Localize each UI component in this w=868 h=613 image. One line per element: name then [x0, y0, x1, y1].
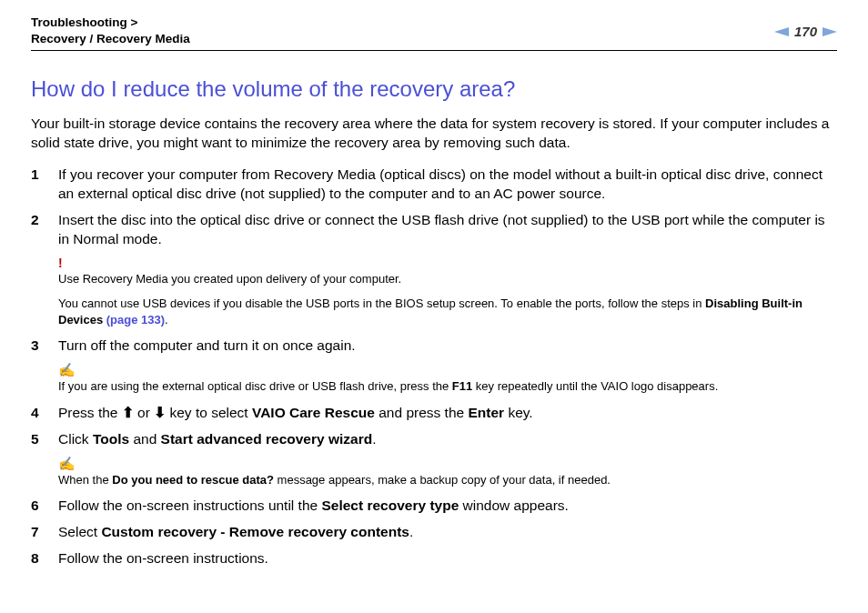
step-5: 5 Click Tools and Start advanced recover…	[31, 430, 837, 449]
step-text: Press the ⬆ or ⬇ key to select VAIO Care…	[58, 404, 837, 423]
bold-text: Do you need to rescue data?	[112, 473, 274, 487]
page-header: Troubleshooting > Recovery / Recovery Me…	[31, 15, 837, 51]
tip-pre: When the	[58, 473, 112, 487]
step-text: Insert the disc into the optical disc dr…	[58, 211, 837, 249]
tip-end: message appears, make a backup copy of y…	[274, 473, 611, 487]
note-text: When the Do you need to rescue data? mes…	[58, 472, 837, 488]
svg-marker-0	[774, 27, 789, 36]
bold-text: VAIO Care Rescue	[252, 405, 375, 420]
breadcrumb-line-2: Recovery / Recovery Media	[31, 31, 190, 47]
text: Click	[58, 431, 93, 447]
next-page-arrow-icon[interactable]	[823, 26, 837, 37]
page-title: How do I reduce the volume of the recove…	[31, 76, 837, 102]
page-navigator: 170	[774, 24, 837, 39]
exclamation-icon: !	[58, 256, 837, 269]
step-number: 6	[31, 497, 58, 516]
text: window appears.	[459, 497, 569, 513]
svg-marker-1	[823, 27, 837, 36]
step-8: 8 Follow the on-screen instructions.	[31, 549, 837, 568]
text: Press the	[58, 405, 122, 420]
step-text: Turn off the computer and turn it on onc…	[58, 337, 837, 356]
step-number: 2	[31, 211, 58, 249]
breadcrumb-line-1: Troubleshooting >	[31, 15, 190, 31]
step-number: 4	[31, 404, 58, 423]
step-7: 7 Select Custom recovery - Remove recove…	[31, 523, 837, 542]
intro-paragraph: Your built-in storage device contains th…	[31, 115, 837, 153]
pencil-icon: ✍	[58, 457, 837, 470]
step-text: Select Custom recovery - Remove recovery…	[58, 523, 837, 542]
prev-page-arrow-icon[interactable]	[774, 26, 789, 37]
bold-text: Enter	[468, 405, 504, 420]
step-number: 8	[31, 549, 58, 568]
step-number: 3	[31, 337, 58, 356]
key-name: F11	[452, 379, 472, 393]
step-number: 7	[31, 523, 58, 542]
step-4: 4 Press the ⬆ or ⬇ key to select VAIO Ca…	[31, 404, 837, 423]
breadcrumb: Troubleshooting > Recovery / Recovery Me…	[31, 15, 190, 46]
text: and	[129, 431, 160, 447]
note-text: Use Recovery Media you created upon deli…	[58, 271, 837, 287]
text: key.	[504, 405, 533, 420]
text: key to select	[166, 405, 252, 420]
text: .	[372, 431, 376, 447]
bold-text: Tools	[93, 431, 129, 447]
bold-text: Start advanced recovery wizard	[161, 431, 373, 447]
step-2: 2 Insert the disc into the optical disc …	[31, 211, 837, 249]
tip-note: ✍ When the Do you need to rescue data? m…	[58, 457, 837, 488]
step-number: 1	[31, 166, 58, 204]
bold-text: Select recovery type	[321, 497, 459, 513]
up-arrow-icon: ⬆	[122, 405, 134, 420]
page-number: 170	[794, 24, 817, 39]
text: Select	[58, 524, 101, 539]
step-3: 3 Turn off the computer and turn it on o…	[31, 337, 837, 356]
note-text: You cannot use USB devices if you disabl…	[58, 296, 837, 327]
tip-end: key repeatedly until the VAIO logo disap…	[472, 379, 718, 393]
text: Follow the on-screen instructions until …	[58, 497, 321, 513]
step-6: 6 Follow the on-screen instructions unti…	[31, 497, 837, 516]
pencil-icon: ✍	[58, 363, 837, 377]
down-arrow-icon: ⬇	[154, 405, 166, 420]
step-1: 1 If you recover your computer from Reco…	[31, 166, 837, 204]
step-text: Follow the on-screen instructions.	[58, 549, 837, 568]
step-text: If you recover your computer from Recove…	[58, 166, 837, 204]
step-number: 5	[31, 430, 58, 449]
tip-note: ✍ If you are using the external optical …	[58, 363, 837, 395]
step-text: Follow the on-screen instructions until …	[58, 497, 837, 516]
text: .	[409, 524, 413, 539]
bold-text: Custom recovery - Remove recovery conten…	[101, 524, 409, 539]
text: or	[134, 405, 154, 420]
page-link[interactable]: (page 133)	[106, 313, 165, 327]
note-text-pre: You cannot use USB devices if you disabl…	[58, 296, 705, 310]
text: and press the	[375, 405, 469, 420]
tip-pre: If you are using the external optical di…	[58, 379, 452, 393]
step-text: Click Tools and Start advanced recovery …	[58, 430, 837, 449]
note-text: If you are using the external optical di…	[58, 378, 837, 395]
note-text-end: .	[165, 313, 168, 327]
warning-note: ! Use Recovery Media you created upon de…	[58, 256, 837, 328]
